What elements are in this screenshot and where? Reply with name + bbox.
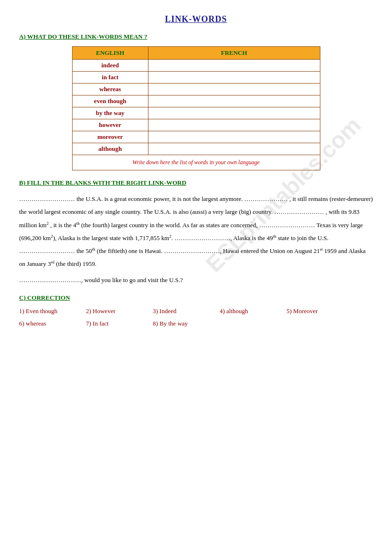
section-b-heading: B) FILL IN THE BLANKS WITH THE RIGHT LIN… <box>19 179 373 187</box>
english-cell: moreover <box>72 131 148 143</box>
french-cell <box>148 143 320 155</box>
col-english-header: ENGLISH <box>72 47 148 60</box>
correction-item: 6) whereas <box>19 319 86 328</box>
french-cell <box>148 119 320 131</box>
english-cell: however <box>72 119 148 131</box>
section-c: C) CORRECTION 1) Even though2) However3)… <box>19 294 373 328</box>
english-cell: although <box>72 143 148 155</box>
correction-item: 1) Even though <box>19 306 86 316</box>
correction-item: 2) However <box>86 306 153 316</box>
section-b: B) FILL IN THE BLANKS WITH THE RIGHT LIN… <box>19 179 373 286</box>
vocab-table: ENGLISH FRENCH indeedin factwhereaseven … <box>72 46 320 170</box>
correction-row-2: 6) whereas7) In fact8) By the way <box>19 319 373 328</box>
english-cell: even though <box>72 95 148 107</box>
correction-row-1: 1) Even though2) However3) Indeed4) alth… <box>19 306 373 316</box>
correction-item: 8) By the way <box>153 319 220 328</box>
fill-paragraph-2: …………………………, would you like to go and vis… <box>19 274 373 286</box>
english-cell: whereas <box>72 84 148 95</box>
english-cell: in fact <box>72 72 148 84</box>
french-cell <box>148 107 320 119</box>
correction-item: 4) although <box>220 306 286 316</box>
french-cell <box>148 60 320 72</box>
page-title: LINK-WORDS <box>19 14 373 24</box>
section-a: A) WHAT DO THESE LINK-WORDS MEAN ? ENGLI… <box>19 33 373 170</box>
english-cell: indeed <box>72 60 148 72</box>
french-cell <box>148 84 320 95</box>
fill-paragraph: ……………………… the U.S.A. is a great economic… <box>19 192 373 286</box>
correction-item: 3) Indeed <box>153 306 220 316</box>
vocab-table-wrapper: ENGLISH FRENCH indeedin factwhereaseven … <box>19 46 373 170</box>
correction-item: 5) Moreover <box>286 306 353 316</box>
vocab-note: Write down here the list of words in you… <box>72 155 320 170</box>
section-c-heading: C) CORRECTION <box>19 294 373 302</box>
english-cell: by the way <box>72 107 148 119</box>
french-cell <box>148 72 320 84</box>
correction-item: 7) In fact <box>86 319 153 328</box>
col-french-header: FRENCH <box>148 47 320 60</box>
fill-paragraph-1: ……………………… the U.S.A. is a great economic… <box>19 192 373 271</box>
french-cell <box>148 95 320 107</box>
section-a-heading: A) WHAT DO THESE LINK-WORDS MEAN ? <box>19 33 373 41</box>
french-cell <box>148 131 320 143</box>
